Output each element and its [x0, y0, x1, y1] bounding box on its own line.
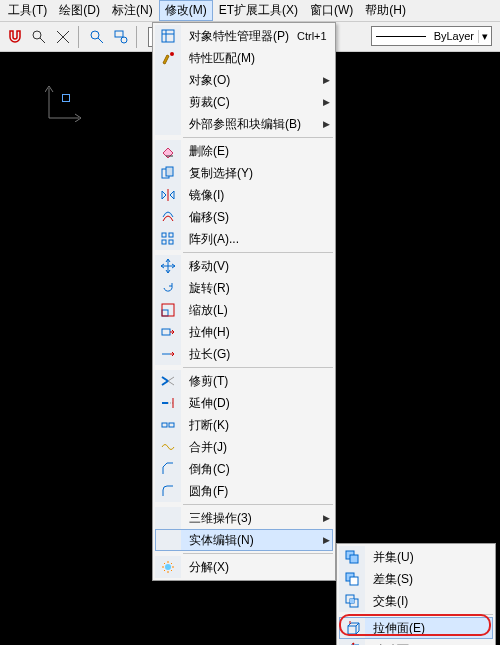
menu-item-label: 延伸(D): [181, 395, 319, 412]
menu-item[interactable]: 倒角(C): [155, 458, 333, 480]
menu-item-label: 对象特性管理器(P): [181, 28, 297, 45]
menu-item[interactable]: 对象(O)▶: [155, 69, 333, 91]
menu-item[interactable]: 拉伸面(E): [339, 617, 493, 639]
menu-item[interactable]: 延伸(D): [155, 392, 333, 414]
submenu-arrow-icon: ▶: [319, 119, 333, 129]
menu-item-label: 删除(E): [181, 143, 319, 160]
menu-item-label: 实体编辑(N): [181, 532, 319, 549]
svg-rect-4: [162, 30, 174, 42]
svg-rect-2: [115, 31, 123, 37]
svg-point-5: [170, 52, 174, 56]
ucs-icon: [45, 82, 85, 122]
offset-icon: [155, 206, 181, 228]
svg-rect-14: [162, 329, 170, 335]
tb-zoom-win-icon[interactable]: [110, 26, 132, 48]
lengthen-icon: [155, 343, 181, 365]
svg-rect-24: [350, 599, 354, 603]
submenu-arrow-icon: ▶: [319, 513, 333, 523]
blank-icon: [155, 91, 181, 113]
tb-zoom-icon[interactable]: [86, 26, 108, 48]
menu-item-label: 倒角(C): [181, 461, 319, 478]
menu-item[interactable]: 移动(V): [155, 255, 333, 277]
menu-item[interactable]: 缩放(L): [155, 299, 333, 321]
menu-item-label: 并集(U): [365, 549, 479, 566]
menu-separator: [183, 252, 333, 253]
menu-accelerator: Ctrl+1: [297, 30, 335, 42]
menu-item-label: 差集(S): [365, 571, 479, 588]
menu-item[interactable]: 拉长(G): [155, 343, 333, 365]
menu-item[interactable]: 分解(X): [155, 556, 333, 578]
menu-item[interactable]: 三维操作(3)▶: [155, 507, 333, 529]
menu-item[interactable]: 特性匹配(M): [155, 47, 333, 69]
menu-item-label: 交集(I): [365, 593, 479, 610]
submenu-arrow-icon: ▶: [319, 75, 333, 85]
menu-item[interactable]: 合并(J): [155, 436, 333, 458]
menu-item[interactable]: 修剪(T): [155, 370, 333, 392]
svg-rect-15: [162, 423, 167, 427]
menu-item[interactable]: 剪裁(C)▶: [155, 91, 333, 113]
menu-item[interactable]: 差集(S): [339, 568, 493, 590]
menu-item-label: 缩放(L): [181, 302, 319, 319]
union-icon: [339, 546, 365, 568]
tb-find-icon[interactable]: [28, 26, 50, 48]
match-icon: [155, 47, 181, 69]
menu-item-label: 修剪(T): [181, 373, 319, 390]
svg-rect-16: [169, 423, 174, 427]
menu-item-label: 偏移(S): [181, 209, 319, 226]
menu-item[interactable]: 拉伸(H): [155, 321, 333, 343]
menu-item[interactable]: 删除(E): [155, 140, 333, 162]
menu-item[interactable]: 实体编辑(N)▶: [155, 529, 333, 551]
modify-menu: 对象特性管理器(P)Ctrl+1特性匹配(M)对象(O)▶剪裁(C)▶外部参照和…: [152, 22, 336, 581]
menubar: 工具(T)绘图(D)标注(N)修改(M)ET扩展工具(X)窗口(W)帮助(H): [0, 0, 500, 22]
linetype-text: ByLayer: [430, 30, 478, 42]
svg-rect-11: [169, 240, 173, 244]
svg-rect-21: [350, 577, 358, 585]
menu-item-label: 外部参照和块编辑(B): [181, 116, 319, 133]
menu-item[interactable]: 交集(I): [339, 590, 493, 612]
menu-item[interactable]: 阵列(A)...: [155, 228, 333, 250]
tb-magnet-icon[interactable]: [4, 26, 26, 48]
menu-item-label: 打断(K): [181, 417, 319, 434]
menubar-item[interactable]: 修改(M): [159, 0, 213, 21]
menubar-item[interactable]: 帮助(H): [359, 0, 412, 21]
submenu-arrow-icon: ▶: [319, 535, 333, 545]
menu-item[interactable]: 圆角(F): [155, 480, 333, 502]
chevron-down-icon: ▾: [478, 30, 491, 43]
menubar-item[interactable]: 标注(N): [106, 0, 159, 21]
menubar-item[interactable]: 绘图(D): [53, 0, 106, 21]
svg-rect-12: [162, 310, 168, 316]
svg-point-3: [121, 37, 127, 43]
menu-item[interactable]: 移动面(M): [339, 639, 493, 645]
menu-item-label: 合并(J): [181, 439, 319, 456]
menu-item[interactable]: 偏移(S): [155, 206, 333, 228]
scale-icon: [155, 299, 181, 321]
menu-item-label: 拉伸面(E): [365, 620, 479, 637]
trim-icon: [155, 370, 181, 392]
extend-icon: [155, 392, 181, 414]
menubar-item[interactable]: ET扩展工具(X): [213, 0, 304, 21]
solid-edit-submenu: 并集(U)差集(S)交集(I)拉伸面(E)移动面(M)偏移面(O): [336, 543, 496, 645]
menu-item[interactable]: 打断(K): [155, 414, 333, 436]
menu-item-label: 剪裁(C): [181, 94, 319, 111]
menubar-item[interactable]: 窗口(W): [304, 0, 359, 21]
tb-clear-icon[interactable]: [52, 26, 74, 48]
break-icon: [155, 414, 181, 436]
menu-item[interactable]: 并集(U): [339, 546, 493, 568]
intersect-icon: [339, 590, 365, 612]
mirror-icon: [155, 184, 181, 206]
linetype-combo[interactable]: ByLayer ▾: [371, 26, 492, 46]
menu-separator: [183, 553, 333, 554]
menu-item-label: 特性匹配(M): [181, 50, 319, 67]
selection-grip[interactable]: [62, 94, 70, 102]
menu-item[interactable]: 旋转(R): [155, 277, 333, 299]
menu-separator: [183, 504, 333, 505]
menu-item[interactable]: 外部参照和块编辑(B)▶: [155, 113, 333, 135]
blank-icon: [155, 69, 181, 91]
chamfer-icon: [155, 458, 181, 480]
menu-item-label: 阵列(A)...: [181, 231, 319, 248]
menu-item[interactable]: 对象特性管理器(P)Ctrl+1: [155, 25, 333, 47]
menu-item[interactable]: 复制选择(Y): [155, 162, 333, 184]
menubar-item[interactable]: 工具(T): [2, 0, 53, 21]
menu-item[interactable]: 镜像(I): [155, 184, 333, 206]
join-icon: [155, 436, 181, 458]
